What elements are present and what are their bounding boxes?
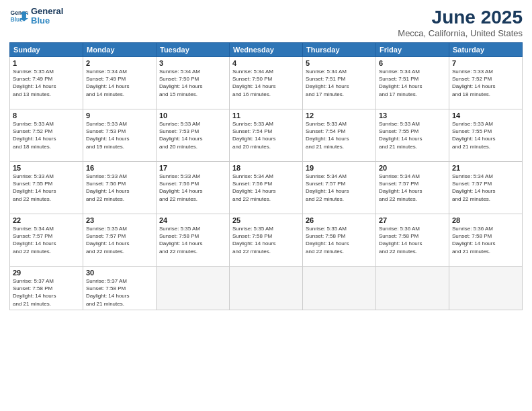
day-info: Sunrise: 5:33 AMSunset: 7:52 PMDaylight:… <box>452 68 519 98</box>
calendar-cell: 7Sunrise: 5:33 AMSunset: 7:52 PMDaylight… <box>449 57 523 109</box>
logo: General Blue General Blue <box>9 7 63 26</box>
calendar-week-row: 15Sunrise: 5:33 AMSunset: 7:55 PMDayligh… <box>10 162 523 214</box>
day-info: Sunrise: 5:33 AMSunset: 7:52 PMDaylight:… <box>13 120 80 150</box>
day-number: 20 <box>379 164 446 172</box>
day-info: Sunrise: 5:36 AMSunset: 7:58 PMDaylight:… <box>379 225 446 255</box>
day-number: 4 <box>232 59 300 67</box>
day-number: 10 <box>159 111 226 120</box>
day-info: Sunrise: 5:35 AMSunset: 7:57 PMDaylight:… <box>86 225 153 255</box>
day-number: 1 <box>13 59 80 67</box>
day-info: Sunrise: 5:34 AMSunset: 7:57 PMDaylight:… <box>379 173 446 203</box>
calendar-cell <box>230 267 303 310</box>
calendar-cell: 20Sunrise: 5:34 AMSunset: 7:57 PMDayligh… <box>376 162 449 214</box>
day-info: Sunrise: 5:33 AMSunset: 7:55 PMDaylight:… <box>13 173 80 203</box>
calendar-cell: 14Sunrise: 5:33 AMSunset: 7:55 PMDayligh… <box>449 109 523 162</box>
day-number: 25 <box>232 216 300 224</box>
day-number: 8 <box>13 111 80 120</box>
day-info: Sunrise: 5:33 AMSunset: 7:54 PMDaylight:… <box>306 120 373 150</box>
day-number: 17 <box>159 164 226 172</box>
calendar-cell: 1Sunrise: 5:35 AMSunset: 7:49 PMDaylight… <box>10 57 83 109</box>
calendar-cell: 30Sunrise: 5:37 AMSunset: 7:58 PMDayligh… <box>83 267 157 310</box>
col-wednesday: Wednesday <box>230 43 303 57</box>
title-block: June 2025 Mecca, California, United Stat… <box>398 7 523 38</box>
calendar-cell <box>449 267 523 310</box>
calendar-cell: 5Sunrise: 5:34 AMSunset: 7:51 PMDaylight… <box>303 57 376 109</box>
col-tuesday: Tuesday <box>157 43 230 57</box>
calendar-cell: 28Sunrise: 5:36 AMSunset: 7:58 PMDayligh… <box>449 214 523 267</box>
day-number: 3 <box>159 59 226 67</box>
col-monday: Monday <box>83 43 157 57</box>
logo-text-line1: General <box>31 7 63 16</box>
day-info: Sunrise: 5:33 AMSunset: 7:55 PMDaylight:… <box>379 120 446 150</box>
col-friday: Friday <box>376 43 449 57</box>
day-info: Sunrise: 5:34 AMSunset: 7:51 PMDaylight:… <box>306 68 373 98</box>
day-number: 30 <box>86 269 153 277</box>
day-info: Sunrise: 5:34 AMSunset: 7:49 PMDaylight:… <box>86 68 153 98</box>
day-number: 7 <box>452 59 519 67</box>
page: General Blue General Blue June 2025 Mecc… <box>0 0 532 411</box>
day-number: 28 <box>452 216 519 224</box>
calendar-week-row: 8Sunrise: 5:33 AMSunset: 7:52 PMDaylight… <box>10 109 523 162</box>
calendar-cell: 8Sunrise: 5:33 AMSunset: 7:52 PMDaylight… <box>10 109 83 162</box>
day-number: 22 <box>13 216 80 224</box>
day-info: Sunrise: 5:34 AMSunset: 7:57 PMDaylight:… <box>306 173 373 203</box>
calendar-cell: 3Sunrise: 5:34 AMSunset: 7:50 PMDaylight… <box>157 57 230 109</box>
calendar-cell: 23Sunrise: 5:35 AMSunset: 7:57 PMDayligh… <box>83 214 157 267</box>
calendar-cell: 13Sunrise: 5:33 AMSunset: 7:55 PMDayligh… <box>376 109 449 162</box>
day-number: 15 <box>13 164 80 172</box>
day-number: 27 <box>379 216 446 224</box>
day-number: 5 <box>306 59 373 67</box>
day-info: Sunrise: 5:33 AMSunset: 7:56 PMDaylight:… <box>86 173 153 203</box>
calendar-cell: 17Sunrise: 5:33 AMSunset: 7:56 PMDayligh… <box>157 162 230 214</box>
main-title: June 2025 <box>398 7 523 28</box>
day-number: 14 <box>452 111 519 120</box>
calendar-cell: 26Sunrise: 5:35 AMSunset: 7:58 PMDayligh… <box>303 214 376 267</box>
day-info: Sunrise: 5:34 AMSunset: 7:50 PMDaylight:… <box>159 68 226 98</box>
calendar-cell: 27Sunrise: 5:36 AMSunset: 7:58 PMDayligh… <box>376 214 449 267</box>
calendar-cell: 4Sunrise: 5:34 AMSunset: 7:50 PMDaylight… <box>230 57 303 109</box>
day-number: 13 <box>379 111 446 120</box>
day-info: Sunrise: 5:36 AMSunset: 7:58 PMDaylight:… <box>452 225 519 255</box>
day-info: Sunrise: 5:37 AMSunset: 7:58 PMDaylight:… <box>86 277 153 308</box>
calendar-cell: 16Sunrise: 5:33 AMSunset: 7:56 PMDayligh… <box>83 162 157 214</box>
col-saturday: Saturday <box>449 43 523 57</box>
calendar-cell: 15Sunrise: 5:33 AMSunset: 7:55 PMDayligh… <box>10 162 83 214</box>
day-number: 6 <box>379 59 446 67</box>
day-info: Sunrise: 5:35 AMSunset: 7:58 PMDaylight:… <box>159 225 226 255</box>
day-info: Sunrise: 5:33 AMSunset: 7:53 PMDaylight:… <box>86 120 153 150</box>
header: General Blue General Blue June 2025 Mecc… <box>9 7 523 38</box>
day-number: 23 <box>86 216 153 224</box>
calendar-cell: 11Sunrise: 5:33 AMSunset: 7:54 PMDayligh… <box>230 109 303 162</box>
svg-text:Blue: Blue <box>11 16 24 23</box>
day-number: 26 <box>306 216 373 224</box>
day-number: 29 <box>13 269 80 277</box>
calendar-cell: 12Sunrise: 5:33 AMSunset: 7:54 PMDayligh… <box>303 109 376 162</box>
calendar-cell <box>303 267 376 310</box>
day-info: Sunrise: 5:35 AMSunset: 7:58 PMDaylight:… <box>232 225 300 255</box>
day-info: Sunrise: 5:33 AMSunset: 7:56 PMDaylight:… <box>159 173 226 203</box>
calendar-cell: 22Sunrise: 5:34 AMSunset: 7:57 PMDayligh… <box>10 214 83 267</box>
day-info: Sunrise: 5:34 AMSunset: 7:57 PMDaylight:… <box>13 225 80 255</box>
day-info: Sunrise: 5:35 AMSunset: 7:49 PMDaylight:… <box>13 68 80 98</box>
calendar-week-row: 1Sunrise: 5:35 AMSunset: 7:49 PMDaylight… <box>10 57 523 109</box>
day-number: 11 <box>232 111 300 120</box>
day-info: Sunrise: 5:33 AMSunset: 7:55 PMDaylight:… <box>452 120 519 150</box>
calendar-cell: 21Sunrise: 5:34 AMSunset: 7:57 PMDayligh… <box>449 162 523 214</box>
day-info: Sunrise: 5:34 AMSunset: 7:56 PMDaylight:… <box>232 173 300 203</box>
calendar-cell: 24Sunrise: 5:35 AMSunset: 7:58 PMDayligh… <box>157 214 230 267</box>
day-info: Sunrise: 5:33 AMSunset: 7:54 PMDaylight:… <box>232 120 300 150</box>
calendar-week-row: 29Sunrise: 5:37 AMSunset: 7:58 PMDayligh… <box>10 267 523 310</box>
day-info: Sunrise: 5:34 AMSunset: 7:50 PMDaylight:… <box>232 68 300 98</box>
day-info: Sunrise: 5:34 AMSunset: 7:51 PMDaylight:… <box>379 68 446 98</box>
col-thursday: Thursday <box>303 43 376 57</box>
calendar-cell: 9Sunrise: 5:33 AMSunset: 7:53 PMDaylight… <box>83 109 157 162</box>
day-number: 21 <box>452 164 519 172</box>
subtitle: Mecca, California, United States <box>398 28 523 38</box>
calendar-cell <box>376 267 449 310</box>
day-number: 24 <box>159 216 226 224</box>
calendar-cell: 18Sunrise: 5:34 AMSunset: 7:56 PMDayligh… <box>230 162 303 214</box>
day-info: Sunrise: 5:35 AMSunset: 7:58 PMDaylight:… <box>306 225 373 255</box>
calendar-cell: 6Sunrise: 5:34 AMSunset: 7:51 PMDaylight… <box>376 57 449 109</box>
day-number: 12 <box>306 111 373 120</box>
calendar-cell: 29Sunrise: 5:37 AMSunset: 7:58 PMDayligh… <box>10 267 83 310</box>
